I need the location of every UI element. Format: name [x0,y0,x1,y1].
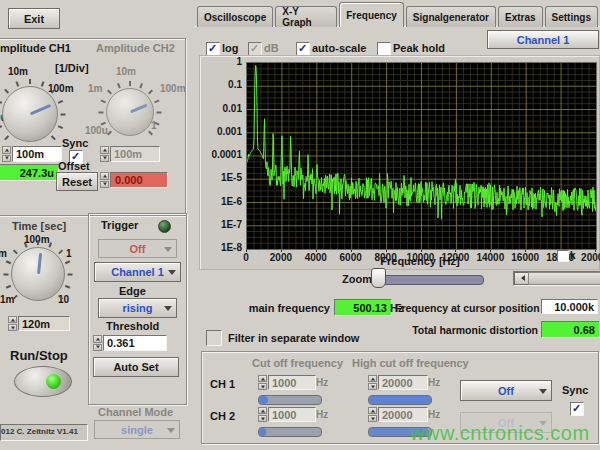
db-checkbox[interactable] [248,42,262,56]
filter-sync-checkbox[interactable] [570,402,584,416]
ch1-reading-field: 247.3u [0,164,59,181]
tab-signalgenerator[interactable]: Signalgenerator [406,6,496,27]
scrollbar-thumb[interactable] [528,272,600,285]
ch2-scale-10m: 10m [116,66,136,77]
ch2-scale-100m: 100m [160,83,186,94]
threshold-spinner[interactable] [93,335,102,351]
time-scale-1: 1 [66,248,72,259]
tab-oscilloscope[interactable]: Oscilloscope [197,6,273,27]
ch2-scale-100u: 100u [85,125,108,136]
exit-button[interactable]: Exit [8,8,60,29]
trigger-channel-dropdown[interactable]: Channel 1 [94,262,181,282]
amplitude-ch2-knob[interactable] [106,88,154,136]
trigger-edge-dropdown[interactable]: rising [98,298,177,318]
spectrum-plot[interactable] [246,62,597,250]
ch2-cutoff-spinner[interactable] [258,407,267,422]
thd-label: Total harmonic distortion [395,324,538,336]
autoscale-checkbox[interactable] [296,42,310,56]
cursor-frequency-field: 10.000k [541,299,598,314]
channel-mode-label: Channel Mode [98,406,173,418]
ch2-cutoff-slider[interactable] [258,427,322,437]
cursor-checkbox[interactable] [557,250,569,262]
ch1-cutoff-value[interactable]: 1000 [268,375,316,390]
trigger-title: Trigger [101,219,138,231]
high-cutoff-header: High cut off frequency [352,357,469,369]
log-checkbox[interactable] [206,42,220,56]
tab-bar: OscilloscopeX-Y GraphFrequencySignalgene… [197,2,600,27]
scrollbar-left-arrow[interactable] [514,272,529,285]
tab-settings[interactable]: Settings [545,6,598,27]
ch1-high-unit: Hz [428,377,440,388]
tab-x-y-graph[interactable]: X-Y Graph [275,6,337,27]
zoom-label: Zoom [342,273,372,285]
x-axis-title: Frequency [Hz] [340,255,500,267]
ch1-high-spinner[interactable] [368,375,377,390]
ch2-scale-1m: 1m [88,83,102,94]
threshold-value[interactable]: 0.361 [103,335,167,351]
ch1-cutoff-slider[interactable] [258,395,322,405]
filter-sync-label: Sync [562,384,588,396]
channel-select-button[interactable]: Channel 1 [487,30,599,49]
run-indicator-led [46,374,61,389]
amplitude-ch2-title: Amplitude CH2 [96,42,175,54]
sync-label: Sync [62,137,88,149]
ch1-amplitude-spinner[interactable] [2,146,11,162]
amplitude-ch1-knob[interactable] [2,86,58,142]
edge-label: Edge [119,285,146,297]
threshold-label: Threshold [106,320,159,332]
trigger-mode-dropdown[interactable]: Off [98,239,177,258]
trigger-channel-value: Channel 1 [111,266,164,278]
db-label: dB [264,42,279,54]
time-scale-1m: 1m [0,294,14,305]
filter-ch1-label: CH 1 [210,378,235,390]
filter-mode-dropdown[interactable]: Off [460,380,552,401]
time-value[interactable]: 120m [18,316,70,331]
ch2-amplitude-spinner[interactable] [100,146,109,162]
tab-frequency[interactable]: Frequency [339,2,404,27]
channel-mode-dropdown[interactable]: single [94,420,180,439]
ch2-high-spinner[interactable] [368,407,377,422]
autoscale-label: auto-scale [312,42,366,54]
filter-separate-window-checkbox[interactable] [206,330,222,346]
ch1-high-slider[interactable] [368,395,432,405]
time-knob[interactable] [11,247,65,301]
ch2-high-unit: Hz [428,409,440,420]
amplitude-ch1-title: Amplitude CH1 [0,42,71,54]
time-scale-10m: 10m [0,248,7,259]
ch1-cutoff-unit: Hz [316,377,328,388]
cutoff-header: Cut off frequency [252,357,343,369]
log-label: log [222,42,239,54]
ch2-offset-spinner[interactable] [100,172,109,188]
graph-scrollbar[interactable] [513,271,600,286]
ch2-high-value[interactable]: 20000 [378,407,428,422]
main-frequency-label: main frequency [205,302,330,314]
main-frequency-field: 500.13 [334,299,392,316]
auto-set-button[interactable]: Auto Set [93,357,179,377]
zoom-slider-track[interactable] [374,275,484,285]
thd-field: 0.68 [541,321,600,338]
ch2-offset-field[interactable]: 0.000 [110,172,168,188]
run-stop-label: Run/Stop [10,348,68,363]
per-div-header: [1/Div] [55,62,89,74]
version-bar: 012 C. Zeitnitz V1.41 [0,424,88,441]
filter-ch2-label: CH 2 [210,410,235,422]
run-stop-button[interactable] [14,366,72,397]
ch2-amplitude-value[interactable]: 100m [110,146,160,162]
peak-hold-checkbox[interactable] [377,42,391,56]
time-spinner[interactable] [8,316,17,331]
ch1-high-value[interactable]: 20000 [378,375,428,390]
trigger-edge-value: rising [123,302,153,314]
watermark: www.cntronics.com [410,422,590,445]
ch1-cutoff-spinner[interactable] [258,375,267,390]
peak-hold-label: Peak hold [393,42,445,54]
reset-button[interactable]: Reset [56,172,98,191]
clipped-checkbox-label: k [570,250,576,261]
zoom-slider-handle[interactable] [371,268,386,288]
filter-separate-window-label: Filter in separate window [228,332,359,344]
soundcard-scope-window: Exit Amplitude CH1 Amplitude CH2 [1/Div]… [0,0,600,450]
ch1-amplitude-value[interactable]: 100m [12,146,62,162]
time-title: Time [sec] [12,220,66,232]
tab-extras[interactable]: Extras [498,6,543,27]
ch1-scale-10m: 10m [8,66,28,77]
ch2-cutoff-value[interactable]: 1000 [268,407,316,422]
